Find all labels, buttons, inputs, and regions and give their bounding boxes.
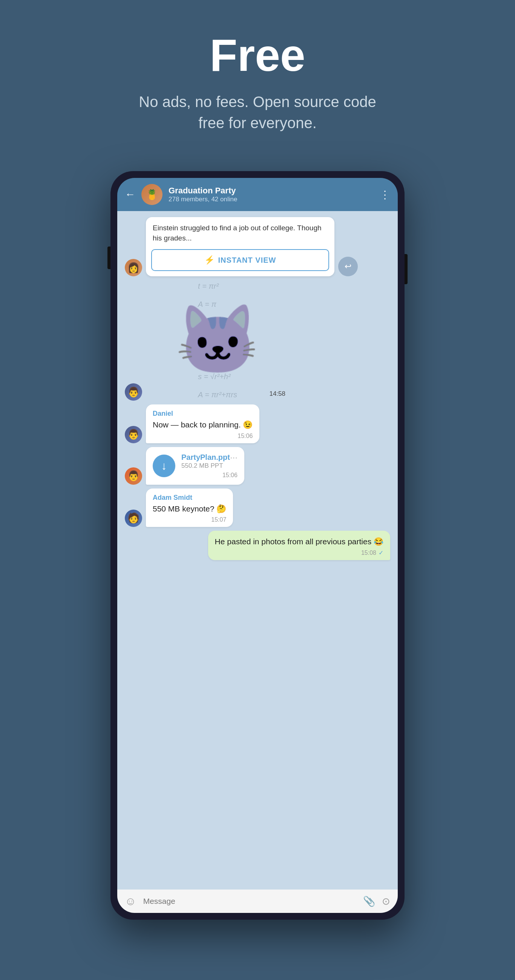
chat-bubble-self: He pasted in photos from all previous pa… — [208, 531, 390, 560]
message-row: 👨 ↓ PartyPlan.ppt ⋯ 550.2 MB PPT — [125, 447, 390, 485]
avatar: 👨 — [125, 468, 142, 485]
back-button[interactable]: ← — [125, 188, 136, 200]
hero-section: Free No ads, no fees. Open source code f… — [0, 0, 515, 156]
file-info-header: PartyPlan.ppt ⋯ — [181, 453, 238, 462]
avatar: 👩 — [125, 259, 142, 276]
chat-body: 👩 Einstein struggled to find a job out o… — [117, 211, 398, 889]
group-info: Graduation Party 278 members, 42 online — [169, 186, 374, 203]
link-preview-text: Einstein struggled to find a job out of … — [146, 217, 335, 247]
group-name: Graduation Party — [169, 186, 374, 196]
file-size: 550.2 MB PPT — [181, 462, 238, 469]
cat-sticker-emoji: 🐱 — [175, 301, 260, 380]
message-row: 👨 Daniel Now — back to planning. 😉 15:06 — [125, 404, 390, 443]
group-avatar: 🍍 — [141, 184, 163, 205]
message-footer: 15:08 ✓ — [215, 549, 383, 556]
message-footer: 15:06 — [181, 472, 238, 479]
message-sender: Adam Smidt — [153, 494, 226, 502]
message-time: 15:06 — [238, 433, 253, 439]
message-input[interactable] — [143, 897, 356, 906]
message-row-self: He pasted in photos from all previous pa… — [125, 531, 390, 560]
chat-bubble: Adam Smidt 550 MB keynote? 🤔 15:07 — [146, 488, 233, 527]
link-preview-bubble: Einstein struggled to find a job out of … — [146, 217, 335, 276]
instant-view-label: INSTANT VIEW — [218, 256, 276, 265]
message-row: 👩 Einstein struggled to find a job out o… — [125, 217, 390, 276]
attach-button[interactable]: 📎 — [363, 896, 375, 907]
message-time: 15:07 — [211, 516, 226, 523]
instant-view-button[interactable]: ⚡ INSTANT VIEW — [151, 249, 329, 271]
group-members: 278 members, 42 online — [169, 196, 374, 203]
chat-header: ← 🍍 Graduation Party 278 members, 42 onl… — [117, 178, 398, 211]
emoji-button[interactable]: ☺ — [125, 895, 137, 908]
message-footer: 15:06 — [153, 433, 253, 439]
bolt-icon: ⚡ — [204, 255, 215, 265]
file-bubble: ↓ PartyPlan.ppt ⋯ 550.2 MB PPT 15:06 — [146, 447, 244, 485]
read-check-icon: ✓ — [378, 549, 383, 556]
forward-button[interactable]: ↩ — [338, 257, 358, 276]
hero-subtitle: No ads, no fees. Open source code free f… — [126, 91, 389, 134]
avatar: 👨 — [125, 383, 142, 401]
phone-screen: ← 🍍 Graduation Party 278 members, 42 onl… — [117, 178, 398, 913]
message-time: 15:08 — [361, 550, 376, 556]
sticker-row: 👨 t = πr² A = π V = l² P = 2πr A = πr² s… — [125, 280, 390, 401]
hero-title: Free — [15, 30, 500, 80]
message-footer: 15:07 — [153, 516, 226, 523]
file-download-button[interactable]: ↓ — [153, 455, 175, 477]
message-text: Now — back to planning. 😉 — [153, 419, 253, 430]
file-options-button[interactable]: ⋯ — [230, 453, 238, 462]
camera-button[interactable]: ⊙ — [382, 896, 390, 907]
download-icon: ↓ — [161, 460, 167, 472]
input-bar: ☺ 📎 ⊙ — [117, 889, 398, 913]
message-text: He pasted in photos from all previous pa… — [215, 536, 383, 547]
forward-icon: ↩ — [344, 262, 351, 271]
avatar: 👨 — [125, 426, 142, 443]
sticker-container: t = πr² A = π V = l² P = 2πr A = πr² s =… — [146, 280, 289, 401]
file-name: PartyPlan.ppt — [181, 453, 230, 462]
file-info: PartyPlan.ppt ⋯ 550.2 MB PPT 15:06 — [181, 453, 238, 479]
message-sender: Daniel — [153, 410, 253, 418]
message-time: 15:06 — [222, 472, 238, 479]
avatar: 🧑 — [125, 510, 142, 527]
message-row: 🧑 Adam Smidt 550 MB keynote? 🤔 15:07 — [125, 488, 390, 527]
phone-shell: ← 🍍 Graduation Party 278 members, 42 onl… — [110, 171, 405, 920]
more-options-button[interactable]: ⋮ — [379, 188, 390, 201]
message-text: 550 MB keynote? 🤔 — [153, 503, 226, 514]
sticker-time: 14:58 — [269, 390, 285, 398]
phone-wrapper: ← 🍍 Graduation Party 278 members, 42 onl… — [110, 171, 405, 920]
chat-bubble: Daniel Now — back to planning. 😉 15:06 — [146, 404, 259, 443]
